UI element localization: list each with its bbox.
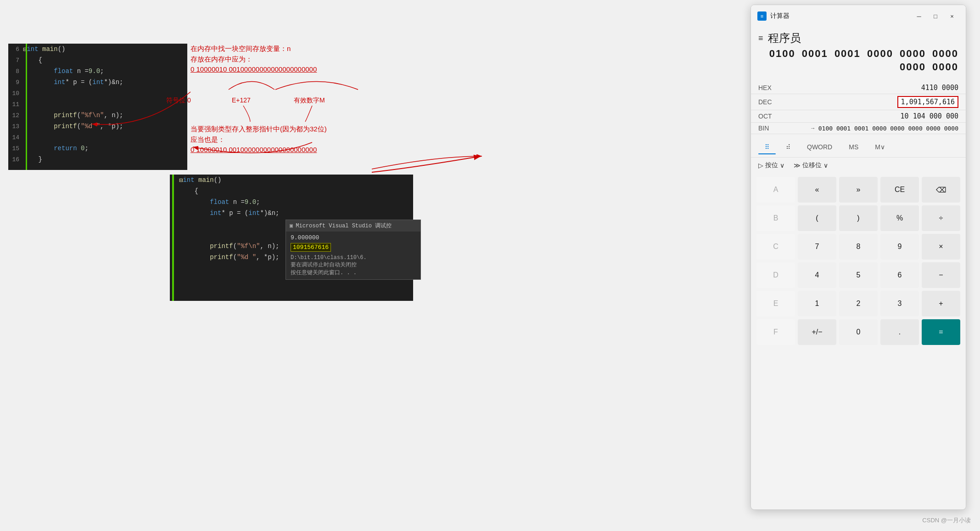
btn-9[interactable]: 9 [880, 234, 919, 260]
debug-title: Microsoft Visual Studio 调试控 [296, 222, 392, 230]
anno-mantissa: 有效数字M [294, 96, 325, 105]
anno-exp: E+127 [232, 96, 251, 105]
hex-value: 4110 0000 [921, 84, 958, 92]
btn-lshift[interactable]: « [798, 177, 836, 203]
calc-mode-header: ≡ 程序员 [751, 27, 966, 47]
bitpos-icon: ▷ [758, 162, 763, 169]
btn-rshift[interactable]: » [839, 177, 878, 203]
code-line-10: 10 [8, 88, 187, 99]
debug-popup-header: ▣ Microsoft Visual Studio 调试控 [286, 220, 420, 232]
btn-decimal[interactable]: . [880, 319, 919, 345]
bitshift-row: ▷ 按位 ∨ ≫ 位移位 ∨ [751, 158, 966, 173]
calc-buttons-grid: A « » CE ⌫ B ( ) % ÷ C 7 8 9 × D 4 5 6 −… [751, 173, 966, 349]
code-line-15: 15 return 0 ; [8, 143, 187, 154]
bitshift-chevron: ∨ [823, 162, 828, 169]
close-button[interactable]: × [945, 10, 959, 23]
anno-line1: 在内存中找一块空间存放变量：n [190, 44, 317, 54]
minimize-button[interactable]: ─ [912, 10, 926, 23]
btn-6[interactable]: 6 [880, 262, 919, 288]
debug-popup-body: 9.000000 1091567616 D:\bit.110\class.110… [286, 232, 420, 279]
maximize-button[interactable]: □ [928, 10, 943, 23]
tab-m[interactable]: M∨ [868, 141, 891, 153]
annotation-block2: 当要强制类型存入整形指针中(因为都为32位) 应当也是： 0 10000010 … [190, 124, 327, 155]
bin-arrow-icon: → [810, 125, 816, 131]
btn-multiply[interactable]: × [922, 234, 960, 260]
tab-ms[interactable]: MS [842, 141, 865, 153]
anno-binary2: 0 10000010 00100000000000000000000 [190, 145, 327, 155]
hex-label: HEX [758, 84, 781, 91]
calc-title: 计算器 [770, 12, 790, 20]
tab-qword[interactable]: QWORD [801, 141, 839, 153]
debug-line5: 按任意键关闭此窗口. . . [291, 269, 416, 277]
bitpos-chevron: ∨ [780, 162, 784, 169]
btn-divide[interactable]: ÷ [922, 205, 960, 231]
bin-value: 0100 0001 0001 0000 0000 0000 0000 0000 [818, 125, 958, 132]
btn-add[interactable]: + [922, 291, 960, 316]
bitshift-button[interactable]: ≫ 位移位 ∨ [794, 161, 828, 169]
btn-D[interactable]: D [756, 262, 795, 288]
btn-E[interactable]: E [756, 291, 795, 316]
code-line-14: 14 [8, 132, 187, 143]
code-line-6: 6 ⊟ int main () [8, 44, 187, 55]
debug-line3: D:\bit.110\class.110\6. [291, 254, 416, 261]
calc-display: 0100 0001 0001 0000 0000 0000 0000 0000 [751, 47, 966, 82]
csdn-watermark: CSDN @一月小读 [922, 516, 971, 525]
btn-CE[interactable]: CE [880, 177, 919, 203]
btn-5[interactable]: 5 [839, 262, 878, 288]
calc-mode-title: 程序员 [768, 31, 801, 45]
tab-keypad[interactable]: ⠿ [758, 141, 776, 153]
btn-percent[interactable]: % [880, 205, 919, 231]
btn-F[interactable]: F [756, 319, 795, 345]
oct-value: 10 104 000 000 [901, 112, 958, 120]
btn-subtract[interactable]: − [922, 262, 960, 288]
bottom-code-line-4: int * p = ( int *)&n; [177, 208, 413, 219]
hex-row: HEX 4110 0000 [751, 82, 966, 94]
btn-3[interactable]: 3 [880, 291, 919, 316]
calc-app-icon: ≡ [757, 11, 767, 21]
bottom-code-line-1: ⊟ int main () [177, 175, 413, 186]
btn-open-paren[interactable]: ( [798, 205, 836, 231]
btn-8[interactable]: 8 [839, 234, 878, 260]
anno-line2: 存放在内存中应为： [190, 54, 317, 65]
code-editor-top: 6 ⊟ int main () 7 { 8 float n = 9.0 ; 9 … [8, 44, 187, 170]
calc-tabs: ⠿ ⠾ QWORD MS M∨ [751, 137, 966, 158]
debug-icon: ▣ [290, 222, 293, 229]
btn-B[interactable]: B [756, 205, 795, 231]
calc-titlebar: ≡ 计算器 ─ □ × [751, 5, 966, 27]
bin-row: BIN → 0100 0001 0001 0000 0000 0000 0000… [751, 123, 966, 134]
debug-line2-highlighted: 1091567616 [291, 243, 331, 252]
btn-negate[interactable]: +/− [798, 319, 836, 345]
calculator-window: ≡ 计算器 ─ □ × ≡ 程序员 0100 0001 0001 0000 00… [750, 5, 966, 510]
btn-equals[interactable]: = [922, 319, 960, 345]
anno-line4: 应当也是： [190, 135, 327, 145]
anno-sign: 符号位 0 [166, 96, 191, 105]
hamburger-menu[interactable]: ≡ [758, 34, 763, 43]
btn-backspace[interactable]: ⌫ [922, 177, 960, 203]
btn-0[interactable]: 0 [839, 319, 878, 345]
btn-4[interactable]: 4 [798, 262, 836, 288]
dec-label: DEC [758, 98, 781, 106]
code-line-13: 13 printf ( "%d " , *p); [8, 121, 187, 132]
calc-titlebar-left: ≡ 计算器 [757, 11, 790, 21]
keypad-grid-icon: ⠿ [765, 143, 769, 151]
calc-binary-value: 0100 0001 0001 0000 0000 0000 0000 0000 [758, 47, 958, 73]
tab-bitops[interactable]: ⠾ [779, 141, 797, 153]
btn-7[interactable]: 7 [798, 234, 836, 260]
debug-line1: 9.000000 [291, 234, 416, 241]
annotation-block: 在内存中找一块空间存放变量：n 存放在内存中应为： 0 10000010 001… [190, 44, 317, 75]
oct-label: OCT [758, 113, 781, 120]
bitops-icon: ⠾ [786, 143, 790, 151]
code-line-9: 9 int * p = ( int *)&n; [8, 77, 187, 88]
dec-value: 1,091,567,616 [897, 96, 958, 108]
bitpos-button[interactable]: ▷ 按位 ∨ [758, 161, 784, 169]
btn-close-paren[interactable]: ) [839, 205, 878, 231]
bitpos-label: 按位 [765, 161, 778, 169]
btn-C[interactable]: C [756, 234, 795, 260]
dec-row: DEC 1,091,567,616 [751, 94, 966, 110]
debug-line4: 要在调试停止时自动关闭控 [291, 261, 416, 269]
btn-1[interactable]: 1 [798, 291, 836, 316]
oct-row: OCT 10 104 000 000 [751, 110, 966, 123]
btn-2[interactable]: 2 [839, 291, 878, 316]
btn-A[interactable]: A [756, 177, 795, 203]
calc-titlebar-controls: ─ □ × [912, 10, 959, 23]
